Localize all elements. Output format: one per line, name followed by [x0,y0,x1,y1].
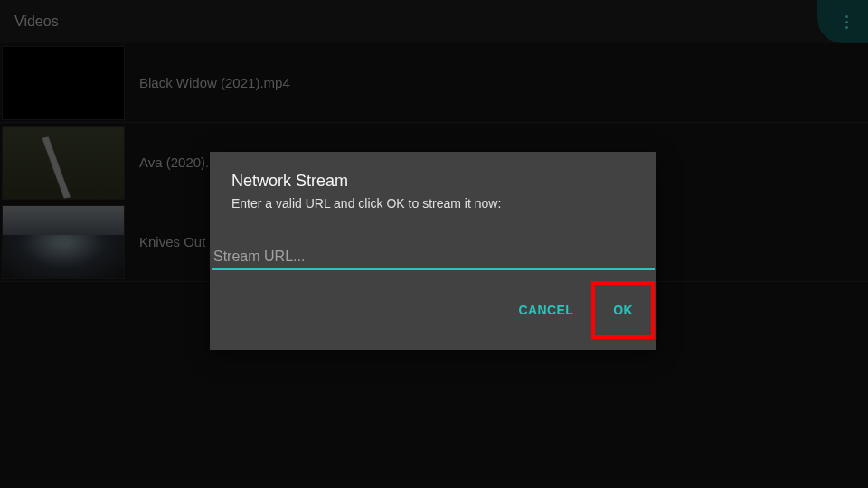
ok-button[interactable]: OK [591,281,655,339]
dialog-message: Enter a valid URL and click OK to stream… [210,196,656,221]
network-stream-dialog: Network Stream Enter a valid URL and cli… [210,152,656,350]
cancel-button[interactable]: CANCEL [502,290,590,330]
dialog-actions: CANCEL OK [210,270,656,350]
dialog-title: Network Stream [210,152,656,196]
stream-url-input[interactable] [212,245,655,270]
